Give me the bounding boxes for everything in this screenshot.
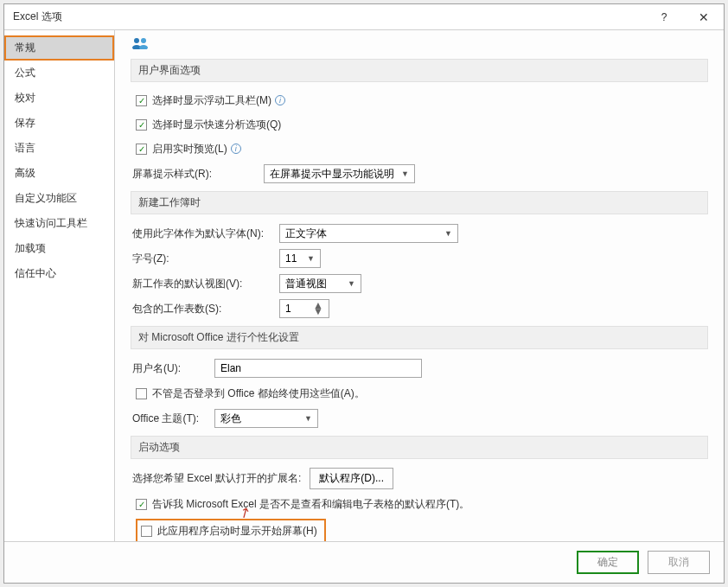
label-live-preview: 启用实时预览(L) bbox=[152, 142, 227, 156]
row-font-size: 字号(Z): 11 ▼ bbox=[132, 248, 708, 269]
row-live-preview: 启用实时预览(L) bbox=[136, 139, 708, 158]
row-default-font: 使用此字体作为默认字体(N): 正文字体 ▼ bbox=[132, 223, 708, 244]
sidebar-item-label: 公式 bbox=[15, 67, 35, 79]
sidebar-item-label: 加载项 bbox=[15, 242, 46, 254]
sidebar-item-label: 信任中心 bbox=[15, 267, 56, 279]
select-default-font[interactable]: 正文字体 ▼ bbox=[279, 224, 458, 243]
checkbox-live-preview[interactable] bbox=[136, 144, 147, 155]
button-label: 默认程序(D)... bbox=[319, 471, 384, 486]
chevron-down-icon: ▼ bbox=[401, 169, 409, 178]
sidebar-item-label: 高级 bbox=[15, 167, 35, 179]
svg-point-0 bbox=[134, 38, 139, 43]
checkbox-tell-me[interactable] bbox=[136, 499, 147, 510]
icon-bar bbox=[131, 37, 708, 52]
row-always-use: 不管是否登录到 Office 都始终使用这些值(A)。 bbox=[136, 384, 708, 403]
sidebar-item-save[interactable]: 保存 bbox=[4, 111, 114, 136]
select-value: 正文字体 bbox=[285, 227, 327, 241]
sidebar-item-trust-center[interactable]: 信任中心 bbox=[4, 261, 114, 286]
label-tell-me: 告诉我 Microsoft Excel 是否不是查看和编辑电子表格的默认程序(T… bbox=[152, 497, 469, 512]
label-always-use: 不管是否登录到 Office 都始终使用这些值(A)。 bbox=[152, 386, 365, 401]
help-button[interactable]: ? bbox=[644, 4, 684, 30]
sidebar-item-label: 自定义功能区 bbox=[15, 192, 77, 204]
textbox-value: Elan bbox=[220, 362, 241, 374]
label-sheet-count: 包含的工作表数(S): bbox=[132, 302, 279, 316]
label-username: 用户名(U): bbox=[132, 361, 214, 376]
section-header-personalize: 对 Microsoft Office 进行个性化设置 bbox=[131, 326, 708, 349]
sidebar-item-label: 语言 bbox=[15, 142, 35, 154]
label-default-font: 使用此字体作为默认字体(N): bbox=[132, 227, 279, 241]
people-icon bbox=[131, 37, 151, 49]
highlight-annotation: 此应用程序启动时显示开始屏幕(H) bbox=[136, 519, 326, 541]
row-screen-tip: 屏幕提示样式(R): 在屏幕提示中显示功能说明 ▼ bbox=[132, 163, 708, 184]
chevron-down-icon: ▼ bbox=[304, 414, 312, 423]
checkbox-show-start[interactable] bbox=[141, 526, 152, 537]
sidebar-item-formulas[interactable]: 公式 bbox=[4, 61, 114, 86]
row-sheet-count: 包含的工作表数(S): 1 ▲▼ bbox=[132, 298, 708, 319]
info-icon[interactable] bbox=[275, 95, 285, 105]
label-show-start: 此应用程序启动时显示开始屏幕(H) bbox=[157, 524, 317, 539]
textbox-username[interactable]: Elan bbox=[214, 359, 422, 378]
spinner-sheet-count[interactable]: 1 ▲▼ bbox=[279, 299, 329, 318]
label-screen-tip: 屏幕提示样式(R): bbox=[132, 167, 264, 182]
spinner-buttons[interactable]: ▲▼ bbox=[313, 303, 323, 315]
label-quick-analysis: 选择时显示快速分析选项(Q) bbox=[152, 118, 281, 132]
label-default-view: 新工作表的默认视图(V): bbox=[132, 277, 279, 291]
footer: 确定 取消 bbox=[4, 541, 724, 583]
dialog-body: 常规 公式 校对 保存 语言 高级 自定义功能区 快速访问工具栏 加载项 信任中… bbox=[4, 30, 724, 541]
select-value: 普通视图 bbox=[285, 277, 327, 291]
svg-point-3 bbox=[139, 45, 148, 49]
section-header-startup: 启动选项 bbox=[131, 436, 708, 459]
info-icon[interactable] bbox=[231, 144, 241, 154]
sidebar-item-label: 常规 bbox=[15, 41, 35, 54]
sidebar: 常规 公式 校对 保存 语言 高级 自定义功能区 快速访问工具栏 加载项 信任中… bbox=[4, 30, 115, 541]
select-theme[interactable]: 彩色 ▼ bbox=[214, 409, 318, 428]
sidebar-item-addins[interactable]: 加载项 bbox=[4, 236, 114, 261]
close-button[interactable]: ✕ bbox=[684, 4, 724, 30]
row-tell-me: 告诉我 Microsoft Excel 是否不是查看和编辑电子表格的默认程序(T… bbox=[136, 494, 708, 514]
content-pane[interactable]: 用户界面选项 选择时显示浮动工具栏(M) 选择时显示快速分析选项(Q) 启用实时… bbox=[115, 30, 724, 541]
row-theme: Office 主题(T): 彩色 ▼ bbox=[132, 408, 708, 429]
row-extensions: 选择您希望 Excel 默认打开的扩展名: 默认程序(D)... bbox=[132, 468, 708, 489]
sidebar-item-label: 保存 bbox=[15, 117, 35, 129]
sidebar-item-general[interactable]: 常规 bbox=[4, 35, 114, 61]
select-value: 11 bbox=[285, 252, 297, 265]
label-extensions: 选择您希望 Excel 默认打开的扩展名: bbox=[132, 471, 301, 486]
row-default-view: 新工作表的默认视图(V): 普通视图 ▼ bbox=[132, 273, 708, 294]
sidebar-item-proofing[interactable]: 校对 bbox=[4, 86, 114, 111]
label-font-size: 字号(Z): bbox=[132, 252, 279, 266]
select-value: 彩色 bbox=[220, 412, 241, 426]
spinner-value: 1 bbox=[285, 303, 291, 315]
chevron-down-icon: ▼ bbox=[348, 279, 355, 288]
select-default-view[interactable]: 普通视图 ▼ bbox=[279, 274, 361, 293]
cancel-button[interactable]: 取消 bbox=[648, 551, 710, 574]
section-header-ui-options: 用户界面选项 bbox=[131, 59, 708, 82]
svg-point-1 bbox=[141, 38, 146, 43]
select-font-size[interactable]: 11 ▼ bbox=[279, 249, 321, 268]
select-screen-tip[interactable]: 在屏幕提示中显示功能说明 ▼ bbox=[264, 164, 415, 183]
sidebar-item-quick-access[interactable]: 快速访问工具栏 bbox=[4, 211, 114, 236]
sidebar-item-language[interactable]: 语言 bbox=[4, 136, 114, 161]
label-theme: Office 主题(T): bbox=[132, 412, 214, 426]
chevron-down-icon: ▼ bbox=[444, 229, 452, 238]
button-label: 确定 bbox=[597, 555, 618, 570]
row-username: 用户名(U): Elan bbox=[132, 358, 708, 379]
checkbox-always-use[interactable] bbox=[136, 388, 147, 399]
row-quick-analysis: 选择时显示快速分析选项(Q) bbox=[136, 115, 708, 134]
row-mini-toolbar: 选择时显示浮动工具栏(M) bbox=[136, 91, 708, 110]
titlebar: Excel 选项 ? ✕ bbox=[4, 4, 724, 30]
ok-button[interactable]: 确定 bbox=[577, 551, 639, 574]
select-value: 在屏幕提示中显示功能说明 bbox=[270, 167, 394, 182]
chevron-down-icon: ▼ bbox=[307, 254, 315, 263]
button-default-programs[interactable]: 默认程序(D)... bbox=[310, 468, 393, 489]
checkbox-quick-analysis[interactable] bbox=[136, 119, 147, 131]
dialog-title: Excel 选项 bbox=[13, 10, 644, 24]
checkbox-mini-toolbar[interactable] bbox=[136, 95, 147, 106]
label-mini-toolbar: 选择时显示浮动工具栏(M) bbox=[152, 93, 271, 108]
sidebar-item-label: 快速访问工具栏 bbox=[15, 217, 87, 229]
sidebar-item-label: 校对 bbox=[15, 92, 35, 104]
sidebar-item-customize-ribbon[interactable]: 自定义功能区 bbox=[4, 186, 114, 211]
button-label: 取消 bbox=[668, 555, 689, 570]
row-show-start: 此应用程序启动时显示开始屏幕(H) bbox=[136, 519, 708, 541]
section-header-new-workbook: 新建工作簿时 bbox=[131, 191, 708, 214]
sidebar-item-advanced[interactable]: 高级 bbox=[4, 161, 114, 186]
